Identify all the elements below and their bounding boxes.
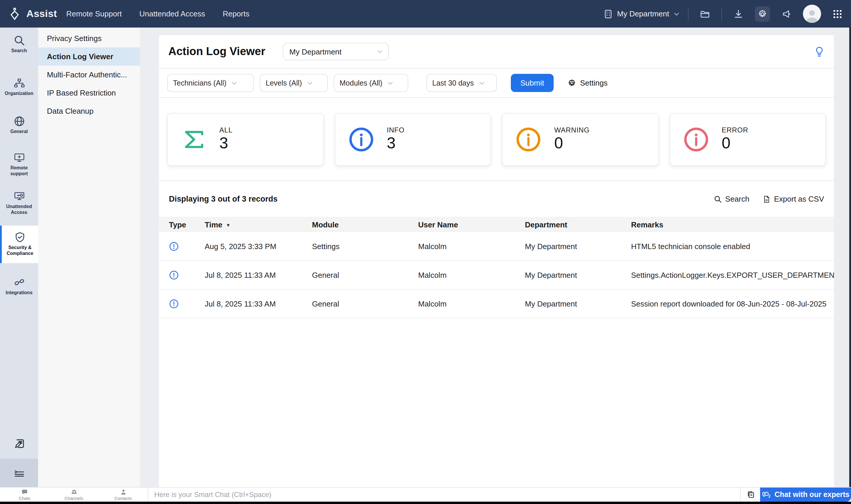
col-type[interactable]: Type <box>169 220 205 229</box>
download-button[interactable] <box>731 6 746 21</box>
error-circle-icon <box>683 126 709 152</box>
rail-feedback-button[interactable] <box>0 438 38 450</box>
department-dropdown-value: My Department <box>290 47 342 56</box>
page-title: Action Log Viewer <box>168 45 265 58</box>
date-range-filter-value: Last 30 days <box>432 79 474 87</box>
app-grid-button[interactable] <box>830 6 845 21</box>
files-button[interactable] <box>697 6 713 21</box>
col-time[interactable]: Time▼ <box>205 220 312 229</box>
shield-check-icon <box>14 232 26 243</box>
tab-channels[interactable]: Channels <box>49 488 99 502</box>
rail-item-search[interactable]: Search <box>0 35 38 54</box>
announcements-button[interactable] <box>779 6 794 21</box>
nav-item-privacy-settings[interactable]: Privacy Settings <box>38 29 140 48</box>
stat-card-all[interactable]: ALL 3 <box>167 113 324 165</box>
table-search-label: Search <box>725 195 749 203</box>
stat-card-info[interactable]: INFO 3 <box>335 113 491 165</box>
records-summary: Displaying 3 out of 3 records <box>169 195 278 203</box>
cell-remarks: HTML5 technician console enabled <box>631 242 834 251</box>
chat-with-experts-button[interactable]: Chat with our experts <box>760 488 851 502</box>
date-range-filter[interactable]: Last 30 days <box>427 74 497 92</box>
warning-circle-icon <box>516 126 541 152</box>
submit-button[interactable]: Submit <box>511 74 554 92</box>
cell-time: Jul 8, 2025 11:33 AM <box>205 299 312 308</box>
technicians-filter[interactable]: Technicians (All) <box>167 74 254 92</box>
tab-chats-label: Chats <box>19 496 30 501</box>
gear-icon <box>757 8 768 19</box>
department-dropdown[interactable]: My Department <box>283 43 389 60</box>
rail-item-unattended-access[interactable]: Unattended Access <box>0 191 38 216</box>
note-pencil-icon <box>13 438 25 450</box>
cell-department: My Department <box>525 270 631 279</box>
rail-console-button[interactable] <box>0 459 38 487</box>
rail-label: Remote support <box>4 165 34 178</box>
stat-card-error[interactable]: ERROR 0 <box>670 113 826 165</box>
chat-bubble-icon <box>21 488 28 495</box>
stat-value: 0 <box>722 134 748 152</box>
info-type-icon <box>169 270 179 280</box>
table-row[interactable]: Jul 8, 2025 11:33 AM General Malcolm My … <box>159 289 834 318</box>
tab-contacts[interactable]: Contacts <box>99 488 148 502</box>
remote-support-icon <box>13 152 25 163</box>
department-selector[interactable]: My Department <box>604 9 679 18</box>
rail-item-integrations[interactable]: Integrations <box>0 276 38 296</box>
app-window: Assist Remote Support Unattended Access … <box>0 0 851 504</box>
people-group-icon <box>71 488 77 495</box>
cell-module: Settings <box>312 242 418 251</box>
smart-chat-input[interactable] <box>149 488 740 502</box>
menu-remote-support[interactable]: Remote Support <box>66 10 122 18</box>
table-row[interactable]: Aug 5, 2025 3:33 PM Settings Malcolm My … <box>159 232 834 261</box>
chat-experts-icon <box>762 490 770 499</box>
smart-chat-bar: Chats Channels Contacts <box>0 487 851 502</box>
rail-item-general[interactable]: General <box>0 115 38 135</box>
rail-label: Organization <box>5 91 33 97</box>
user-avatar[interactable] <box>803 5 821 23</box>
stat-label: ALL <box>219 126 232 134</box>
stat-card-warning[interactable]: WARNING 0 <box>502 113 658 165</box>
tab-contacts-label: Contacts <box>115 496 132 501</box>
modules-filter[interactable]: Modules (All) <box>334 74 408 92</box>
rail-item-security-compliance[interactable]: Security & Compliance <box>0 226 38 263</box>
table-search-button[interactable]: Search <box>713 195 749 203</box>
stat-label: ERROR <box>722 126 748 134</box>
divider <box>688 7 689 20</box>
copy-icon <box>746 490 754 499</box>
info-circle-icon <box>348 126 374 152</box>
rail-label: Search <box>11 48 27 54</box>
menu-unattended-access[interactable]: Unattended Access <box>139 10 205 18</box>
nav-item-multi-factor-auth[interactable]: Multi-Factor Authentic... <box>38 66 140 84</box>
megaphone-icon <box>781 8 792 19</box>
integrations-icon <box>13 276 25 288</box>
cell-user: Malcolm <box>418 242 525 251</box>
col-user-name[interactable]: User Name <box>418 220 525 229</box>
col-module[interactable]: Module <box>312 220 418 229</box>
table-row[interactable]: Jul 8, 2025 11:33 AM General Malcolm My … <box>159 261 834 289</box>
menu-reports[interactable]: Reports <box>223 10 249 18</box>
levels-filter[interactable]: Levels (All) <box>260 74 328 92</box>
security-settings-nav: Privacy Settings Action Log Viewer Multi… <box>38 28 141 487</box>
terminal-lines-icon <box>14 469 24 477</box>
copy-transcript-button[interactable] <box>740 488 760 502</box>
log-settings-button[interactable]: Settings <box>567 78 608 88</box>
topbar-right: My Department <box>604 5 851 23</box>
stat-value: 0 <box>554 134 590 152</box>
rail-item-remote-support[interactable]: Remote support <box>0 152 38 178</box>
nav-item-data-cleanup[interactable]: Data Cleanup <box>38 102 140 120</box>
nav-item-action-log-viewer[interactable]: Action Log Viewer <box>38 48 140 66</box>
tab-chats[interactable]: Chats <box>0 488 49 502</box>
technicians-filter-value: Technicians (All) <box>173 79 226 87</box>
gear-icon <box>567 78 576 88</box>
settings-button[interactable] <box>755 6 770 21</box>
brand[interactable]: Assist <box>0 7 59 21</box>
cell-time: Aug 5, 2025 3:33 PM <box>205 242 312 251</box>
tips-bulb-icon[interactable] <box>814 46 824 57</box>
export-csv-button[interactable]: Export as CSV <box>762 195 824 203</box>
rail-item-organization[interactable]: Organization <box>0 77 38 97</box>
chevron-down-icon <box>674 12 679 16</box>
col-remarks[interactable]: Remarks <box>631 220 834 229</box>
chevron-down-icon <box>479 81 484 85</box>
col-department[interactable]: Department <box>525 220 631 229</box>
nav-item-ip-based-restriction[interactable]: IP Based Restriction <box>38 84 140 102</box>
globe-icon <box>13 115 25 127</box>
stats-row: ALL 3 INFO 3 <box>159 98 834 180</box>
